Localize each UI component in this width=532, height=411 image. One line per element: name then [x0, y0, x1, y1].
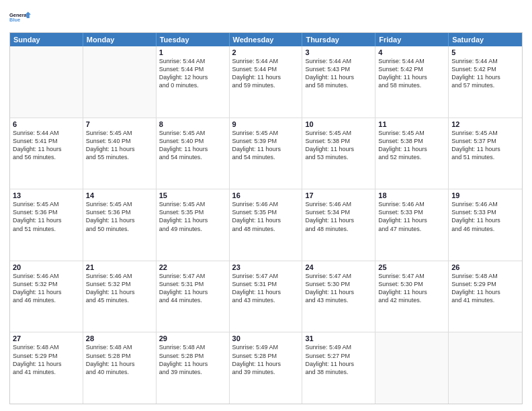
day-info: Sunrise: 5:44 AM Sunset: 5:42 PM Dayligh…: [451, 57, 519, 90]
day-info: Sunrise: 5:49 AM Sunset: 5:28 PM Dayligh…: [232, 343, 300, 376]
day-cell-30: 30Sunrise: 5:49 AM Sunset: 5:28 PM Dayli…: [230, 332, 303, 404]
day-number: 6: [13, 120, 80, 128]
day-number: 31: [305, 334, 372, 342]
day-info: Sunrise: 5:46 AM Sunset: 5:35 PM Dayligh…: [232, 200, 300, 233]
day-cell-4: 4Sunrise: 5:44 AM Sunset: 5:42 PM Daylig…: [375, 46, 449, 118]
day-cell-16: 16Sunrise: 5:46 AM Sunset: 5:35 PM Dayli…: [230, 189, 303, 261]
day-number: 19: [451, 191, 519, 199]
day-info: Sunrise: 5:45 AM Sunset: 5:36 PM Dayligh…: [86, 200, 153, 233]
header-cell-sunday: Sunday: [10, 33, 83, 46]
day-number: 16: [232, 191, 300, 199]
day-info: Sunrise: 5:44 AM Sunset: 5:41 PM Dayligh…: [13, 129, 80, 162]
day-number: 2: [232, 48, 300, 56]
day-info: Sunrise: 5:47 AM Sunset: 5:31 PM Dayligh…: [232, 272, 300, 305]
day-info: Sunrise: 5:48 AM Sunset: 5:29 PM Dayligh…: [451, 272, 519, 305]
day-number: 12: [451, 120, 519, 128]
day-info: Sunrise: 5:45 AM Sunset: 5:36 PM Dayligh…: [13, 200, 80, 233]
day-number: 1: [159, 48, 226, 56]
header-cell-friday: Friday: [375, 33, 449, 46]
header-cell-tuesday: Tuesday: [157, 33, 230, 46]
week-row-4: 20Sunrise: 5:46 AM Sunset: 5:32 PM Dayli…: [10, 261, 522, 332]
day-cell-29: 29Sunrise: 5:48 AM Sunset: 5:28 PM Dayli…: [157, 332, 230, 404]
day-number: 18: [378, 191, 445, 199]
calendar-body: 1Sunrise: 5:44 AM Sunset: 5:44 PM Daylig…: [10, 46, 522, 404]
day-info: Sunrise: 5:45 AM Sunset: 5:38 PM Dayligh…: [378, 129, 445, 162]
day-cell-25: 25Sunrise: 5:47 AM Sunset: 5:30 PM Dayli…: [375, 261, 449, 332]
day-number: 26: [451, 263, 519, 271]
day-number: 17: [305, 191, 372, 199]
week-row-3: 13Sunrise: 5:45 AM Sunset: 5:36 PM Dayli…: [10, 189, 522, 261]
day-cell-2: 2Sunrise: 5:44 AM Sunset: 5:44 PM Daylig…: [230, 46, 303, 118]
calendar-header: SundayMondayTuesdayWednesdayThursdayFrid…: [10, 33, 522, 46]
day-number: 5: [451, 48, 519, 56]
day-info: Sunrise: 5:45 AM Sunset: 5:37 PM Dayligh…: [451, 129, 519, 162]
day-info: Sunrise: 5:44 AM Sunset: 5:42 PM Dayligh…: [378, 57, 445, 90]
header-cell-wednesday: Wednesday: [230, 33, 303, 46]
day-info: Sunrise: 5:48 AM Sunset: 5:29 PM Dayligh…: [13, 343, 80, 376]
day-number: 25: [378, 263, 445, 271]
day-cell-27: 27Sunrise: 5:48 AM Sunset: 5:29 PM Dayli…: [10, 332, 83, 404]
header-cell-monday: Monday: [83, 33, 157, 46]
day-info: Sunrise: 5:47 AM Sunset: 5:30 PM Dayligh…: [378, 272, 445, 305]
day-cell-1: 1Sunrise: 5:44 AM Sunset: 5:44 PM Daylig…: [157, 46, 230, 118]
header-cell-thursday: Thursday: [302, 33, 375, 46]
empty-cell: [83, 46, 157, 118]
day-cell-7: 7Sunrise: 5:45 AM Sunset: 5:40 PM Daylig…: [83, 118, 157, 189]
day-info: Sunrise: 5:46 AM Sunset: 5:34 PM Dayligh…: [305, 200, 372, 233]
day-number: 22: [159, 263, 226, 271]
day-number: 9: [232, 120, 300, 128]
day-number: 10: [305, 120, 372, 128]
day-info: Sunrise: 5:44 AM Sunset: 5:44 PM Dayligh…: [159, 57, 226, 90]
day-info: Sunrise: 5:44 AM Sunset: 5:43 PM Dayligh…: [305, 57, 372, 90]
day-cell-11: 11Sunrise: 5:45 AM Sunset: 5:38 PM Dayli…: [375, 118, 449, 189]
day-info: Sunrise: 5:45 AM Sunset: 5:40 PM Dayligh…: [159, 129, 226, 162]
day-number: 24: [305, 263, 372, 271]
day-number: 7: [86, 120, 153, 128]
day-cell-26: 26Sunrise: 5:48 AM Sunset: 5:29 PM Dayli…: [449, 261, 522, 332]
day-number: 21: [86, 263, 153, 271]
day-cell-23: 23Sunrise: 5:47 AM Sunset: 5:31 PM Dayli…: [230, 261, 303, 332]
week-row-2: 6Sunrise: 5:44 AM Sunset: 5:41 PM Daylig…: [10, 118, 522, 189]
day-number: 15: [159, 191, 226, 199]
day-cell-18: 18Sunrise: 5:46 AM Sunset: 5:33 PM Dayli…: [375, 189, 449, 261]
day-info: Sunrise: 5:48 AM Sunset: 5:28 PM Dayligh…: [159, 343, 226, 376]
day-cell-5: 5Sunrise: 5:44 AM Sunset: 5:42 PM Daylig…: [449, 46, 522, 118]
day-number: 28: [86, 334, 153, 342]
day-number: 29: [159, 334, 226, 342]
day-info: Sunrise: 5:48 AM Sunset: 5:28 PM Dayligh…: [86, 343, 153, 376]
day-cell-13: 13Sunrise: 5:45 AM Sunset: 5:36 PM Dayli…: [10, 189, 83, 261]
day-number: 20: [13, 263, 80, 271]
day-cell-10: 10Sunrise: 5:45 AM Sunset: 5:38 PM Dayli…: [302, 118, 375, 189]
day-cell-15: 15Sunrise: 5:45 AM Sunset: 5:35 PM Dayli…: [157, 189, 230, 261]
day-cell-3: 3Sunrise: 5:44 AM Sunset: 5:43 PM Daylig…: [302, 46, 375, 118]
logo: General Blue: [9, 7, 31, 28]
day-cell-22: 22Sunrise: 5:47 AM Sunset: 5:31 PM Dayli…: [157, 261, 230, 332]
day-info: Sunrise: 5:46 AM Sunset: 5:33 PM Dayligh…: [378, 200, 445, 233]
day-cell-28: 28Sunrise: 5:48 AM Sunset: 5:28 PM Dayli…: [83, 332, 157, 404]
calendar: SundayMondayTuesdayWednesdayThursdayFrid…: [9, 32, 523, 404]
empty-cell: [375, 332, 449, 404]
day-cell-24: 24Sunrise: 5:47 AM Sunset: 5:30 PM Dayli…: [302, 261, 375, 332]
day-cell-6: 6Sunrise: 5:44 AM Sunset: 5:41 PM Daylig…: [10, 118, 83, 189]
day-info: Sunrise: 5:47 AM Sunset: 5:30 PM Dayligh…: [305, 272, 372, 305]
day-number: 8: [159, 120, 226, 128]
day-info: Sunrise: 5:46 AM Sunset: 5:32 PM Dayligh…: [13, 272, 80, 305]
day-cell-17: 17Sunrise: 5:46 AM Sunset: 5:34 PM Dayli…: [302, 189, 375, 261]
day-cell-12: 12Sunrise: 5:45 AM Sunset: 5:37 PM Dayli…: [449, 118, 522, 189]
empty-cell: [10, 46, 83, 118]
day-info: Sunrise: 5:47 AM Sunset: 5:31 PM Dayligh…: [159, 272, 226, 305]
day-info: Sunrise: 5:44 AM Sunset: 5:44 PM Dayligh…: [232, 57, 300, 90]
day-number: 3: [305, 48, 372, 56]
day-number: 13: [13, 191, 80, 199]
day-info: Sunrise: 5:45 AM Sunset: 5:39 PM Dayligh…: [232, 129, 300, 162]
week-row-1: 1Sunrise: 5:44 AM Sunset: 5:44 PM Daylig…: [10, 46, 522, 118]
day-info: Sunrise: 5:46 AM Sunset: 5:33 PM Dayligh…: [451, 200, 519, 233]
day-info: Sunrise: 5:45 AM Sunset: 5:38 PM Dayligh…: [305, 129, 372, 162]
day-cell-9: 9Sunrise: 5:45 AM Sunset: 5:39 PM Daylig…: [230, 118, 303, 189]
week-row-5: 27Sunrise: 5:48 AM Sunset: 5:29 PM Dayli…: [10, 332, 522, 404]
day-cell-14: 14Sunrise: 5:45 AM Sunset: 5:36 PM Dayli…: [83, 189, 157, 261]
empty-cell: [449, 332, 522, 404]
day-info: Sunrise: 5:45 AM Sunset: 5:35 PM Dayligh…: [159, 200, 226, 233]
day-info: Sunrise: 5:46 AM Sunset: 5:32 PM Dayligh…: [86, 272, 153, 305]
day-cell-21: 21Sunrise: 5:46 AM Sunset: 5:32 PM Dayli…: [83, 261, 157, 332]
